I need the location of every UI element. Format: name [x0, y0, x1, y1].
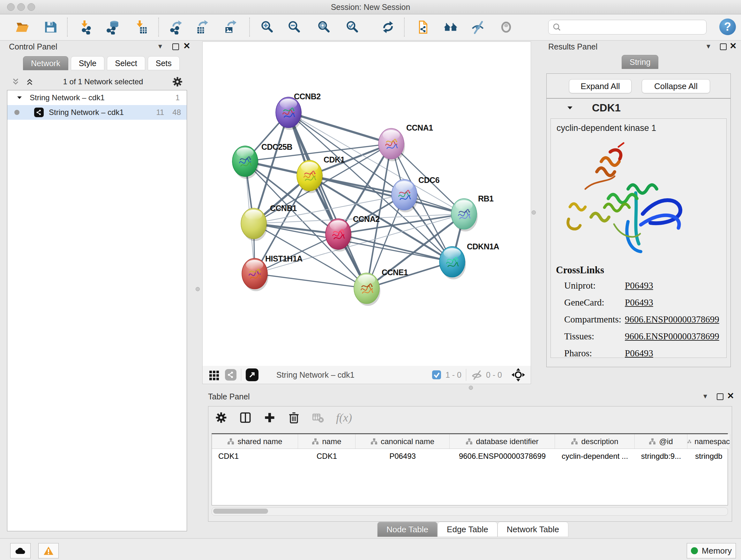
right-splitter-handle[interactable]	[532, 210, 536, 214]
tab-style[interactable]: Style	[71, 56, 105, 70]
entry-collapse-caret-icon[interactable]	[566, 105, 574, 111]
node-CCNE1[interactable]	[354, 273, 381, 306]
search-box[interactable]	[548, 20, 706, 35]
column-header-description[interactable]: description	[555, 434, 635, 449]
grid-mode-icon[interactable]	[208, 369, 220, 381]
zoom-in-button[interactable]	[259, 19, 275, 36]
expand-all-button[interactable]: Expand All	[569, 79, 631, 93]
scrollbar-thumb[interactable]	[213, 509, 268, 514]
network-view-mode-icon[interactable]	[225, 369, 237, 381]
show-columns-icon[interactable]	[239, 411, 252, 424]
tab-network-table[interactable]: Network Table	[497, 522, 568, 537]
cloud-status-button[interactable]	[10, 543, 30, 558]
edge-CDKN1A-CCNE1[interactable]	[367, 262, 452, 288]
crosslink-link[interactable]: P06493	[625, 297, 653, 308]
save-session-button[interactable]	[42, 19, 59, 36]
tab-edge-table[interactable]: Edge Table	[437, 522, 497, 537]
apply-layout-button[interactable]	[380, 19, 396, 36]
node-HIST1H1A[interactable]	[242, 258, 268, 291]
column-header-namespac[interactable]: namespac	[687, 434, 730, 449]
left-splitter-handle[interactable]	[196, 287, 200, 291]
expand-all-chevrons-icon[interactable]	[11, 77, 20, 86]
zoom-fit-button[interactable]	[315, 19, 332, 36]
control-panel-close-icon[interactable]: ✕	[183, 43, 191, 49]
results-panel-menu-caret[interactable]: ▼	[705, 43, 712, 50]
tab-network[interactable]: Network	[23, 56, 68, 70]
open-external-icon[interactable]	[246, 368, 259, 381]
database-icon	[106, 20, 121, 35]
first-neighbors-button[interactable]	[442, 19, 459, 36]
memory-status-dot	[691, 547, 698, 554]
crosslink-link[interactable]: P06493	[625, 348, 653, 359]
table-panel-float-icon[interactable]	[717, 393, 724, 400]
zoom-out-button[interactable]	[286, 19, 302, 36]
network-view[interactable]: CCNB2CCNA1CDC25BCDK1CDC6RB1CCNB1CCNA2CDK…	[202, 42, 531, 367]
crosslink-link[interactable]: 9606.ENSP00000378699	[625, 314, 719, 325]
tree-expand-caret-icon[interactable]	[16, 95, 23, 101]
hidden-eye-slash-icon[interactable]	[471, 369, 483, 381]
table-settings-gear-icon[interactable]	[215, 411, 227, 424]
control-panel: Control Panel ▼ ✕ NetworkStyleSelectSets…	[4, 42, 190, 533]
show-all-button[interactable]	[498, 19, 515, 36]
zoom-selected-button[interactable]	[344, 19, 360, 36]
table-panel-close-icon[interactable]: ✕	[727, 393, 734, 399]
column-header-id[interactable]: @id	[635, 434, 687, 449]
node-CDK1[interactable]	[297, 160, 323, 193]
open-session-button[interactable]	[14, 19, 30, 36]
help-button[interactable]: ?	[719, 18, 736, 35]
table-row[interactable]: CDK1CDK1P064939606.ENSP00000378699cyclin…	[212, 449, 728, 463]
network-collection-row[interactable]: String Network – cdk1 1	[7, 90, 187, 105]
import-network-from-file-button[interactable]	[78, 19, 95, 36]
tab-string[interactable]: String	[622, 55, 658, 69]
search-input[interactable]	[561, 22, 697, 32]
results-panel-float-icon[interactable]	[720, 44, 727, 50]
window-title: Session: New Session	[0, 3, 741, 12]
column-header-databaseidentifier[interactable]: database identifier	[450, 434, 555, 449]
import-string-network-button[interactable]	[415, 19, 432, 36]
import-table-from-file-button[interactable]	[133, 19, 150, 36]
add-column-plus-icon[interactable]	[263, 411, 276, 424]
delete-column-trash-icon[interactable]	[287, 411, 300, 424]
entry-header[interactable]: CDK1	[547, 102, 731, 114]
fit-content-crosshair-icon[interactable]	[511, 368, 526, 382]
tab-sets[interactable]: Sets	[148, 56, 180, 70]
crosslinks-list: Uniprot:P06493GeneCard:P06493Compartment…	[564, 280, 721, 365]
node-CCNA2[interactable]	[326, 219, 352, 252]
column-header-canonicalname[interactable]: canonical name	[355, 434, 450, 449]
network-row-selected[interactable]: String Network – cdk1 11 48	[7, 105, 187, 120]
column-header-name[interactable]: name	[298, 434, 355, 449]
export-table-button[interactable]	[194, 19, 210, 36]
tab-node-table[interactable]: Node Table	[377, 522, 437, 537]
node-CCNB2[interactable]	[276, 97, 302, 130]
edge-HIST1H1A-CCNE1[interactable]	[255, 273, 367, 288]
node-CCNB1[interactable]	[241, 208, 267, 241]
results-panel-close-icon[interactable]: ✕	[730, 43, 737, 49]
edge-CCNB2-CCNA1[interactable]	[288, 112, 391, 144]
control-panel-menu-caret[interactable]: ▼	[157, 43, 163, 50]
edge-CCNA2-HIST1H1A[interactable]	[255, 234, 338, 273]
horizontal-scrollbar[interactable]	[212, 507, 728, 516]
collapse-all-button[interactable]: Collapse All	[642, 79, 710, 93]
column-header-sharedname[interactable]: shared name	[212, 434, 298, 449]
export-image-button[interactable]	[222, 19, 239, 36]
memory-button[interactable]: Memory	[687, 543, 736, 558]
network-canvas[interactable]: CCNB2CCNA1CDC25BCDK1CDC6RB1CCNB1CCNA2CDK…	[203, 42, 531, 366]
node-CDKN1A[interactable]	[440, 246, 466, 279]
node-RB1[interactable]	[451, 199, 478, 232]
collection-count: 1	[176, 93, 180, 102]
node-CCNA1[interactable]	[379, 128, 405, 161]
crosslink-link[interactable]: 9606.ENSP00000378699	[625, 331, 719, 341]
hide-selected-button[interactable]	[469, 19, 486, 36]
control-panel-float-icon[interactable]	[172, 44, 179, 50]
gear-icon[interactable]	[172, 76, 183, 87]
warning-status-button[interactable]	[38, 543, 59, 558]
node-CDC6[interactable]	[392, 179, 418, 212]
export-network-button[interactable]	[167, 19, 184, 36]
crosslink-link[interactable]: P06493	[625, 280, 653, 291]
table-panel-menu-caret[interactable]: ▼	[702, 393, 709, 400]
collapse-all-chevrons-icon[interactable]	[25, 77, 35, 86]
tab-select[interactable]: Select	[107, 56, 145, 70]
horizontal-splitter-handle[interactable]	[469, 386, 473, 390]
selected-checkbox-icon[interactable]	[431, 370, 442, 380]
import-network-from-database-button[interactable]	[105, 19, 122, 36]
